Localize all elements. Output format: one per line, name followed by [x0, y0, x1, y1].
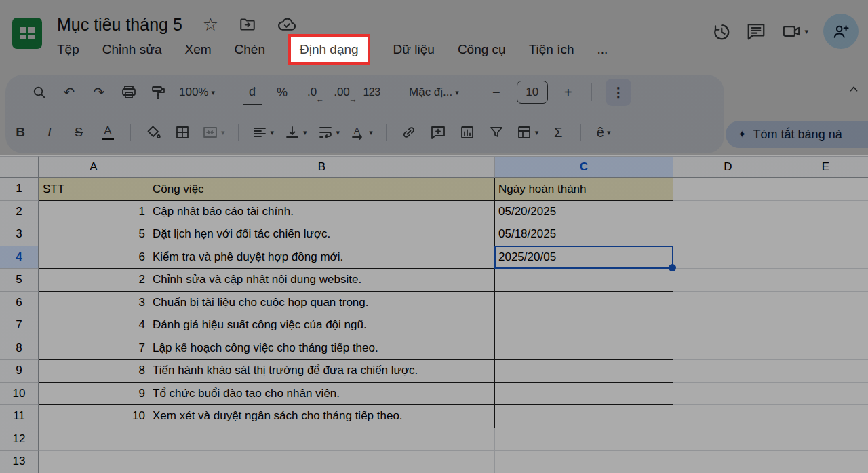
cell-E6[interactable]	[783, 292, 868, 315]
redo-icon[interactable]: ↷	[90, 80, 108, 105]
cell-A7[interactable]: 4	[39, 314, 149, 337]
ai-summarize-button[interactable]: ✦ Tóm tắt bảng nà	[726, 121, 868, 148]
cell-E1[interactable]	[783, 178, 868, 201]
cell-B10[interactable]: Tổ chức buổi đào tạo cho nhân viên.	[149, 383, 495, 406]
row-header-12[interactable]: 12	[0, 428, 39, 451]
text-wrap-button[interactable]: ▾	[317, 120, 340, 145]
vertical-align-button[interactable]: ▾	[284, 120, 307, 145]
insert-chart-icon[interactable]	[458, 120, 477, 145]
fill-color-icon[interactable]	[144, 120, 163, 145]
move-folder-icon[interactable]	[239, 16, 256, 33]
font-size-input[interactable]: 10	[517, 81, 548, 104]
row-header-7[interactable]: 7	[0, 314, 39, 337]
text-color-button[interactable]: A	[98, 120, 117, 145]
menu-overflow[interactable]: ...	[597, 42, 608, 57]
insert-link-icon[interactable]	[399, 120, 418, 145]
create-filter-icon[interactable]	[487, 120, 506, 145]
cell-B11[interactable]: Xem xét và duyệt ngân sách cho tháng tiế…	[149, 405, 495, 428]
menu-view[interactable]: Xem	[184, 42, 211, 57]
menu-file[interactable]: Tệp	[57, 42, 79, 57]
cell-B9[interactable]: Tiến hành khảo sát thị trường để đưa ra …	[149, 360, 495, 383]
cell-A2[interactable]: 1	[39, 201, 149, 224]
version-history-icon[interactable]	[711, 21, 731, 41]
menu-extensions[interactable]: Tiện ích	[529, 42, 574, 57]
merge-cells-button[interactable]: ▾	[202, 120, 225, 145]
print-icon[interactable]	[119, 80, 138, 105]
cell-D13[interactable]	[673, 451, 783, 473]
cell-E11[interactable]	[783, 405, 868, 428]
cell-A10[interactable]: 9	[39, 383, 149, 406]
decrease-font-size-button[interactable]: −	[487, 80, 506, 105]
cell-C11[interactable]	[495, 405, 673, 428]
cell-D1[interactable]	[673, 178, 783, 201]
cell-D5[interactable]	[673, 269, 783, 292]
cell-A6[interactable]: 3	[39, 292, 149, 315]
star-icon[interactable]: ☆	[203, 16, 218, 33]
cell-E3[interactable]	[783, 223, 868, 246]
cell-C12[interactable]	[495, 428, 673, 451]
cell-B1[interactable]: Công việc	[149, 178, 495, 201]
cell-D7[interactable]	[673, 314, 783, 337]
cell-D4[interactable]	[673, 246, 783, 269]
increase-decimal-button[interactable]: .00→	[332, 80, 351, 105]
currency-format-button[interactable]: đ	[243, 79, 262, 105]
row-header-10[interactable]: 10	[0, 383, 39, 406]
cell-A5[interactable]: 2	[39, 269, 149, 292]
cell-E7[interactable]	[783, 314, 868, 337]
cell-A3[interactable]: 5	[39, 223, 149, 246]
cell-C5[interactable]	[495, 269, 673, 292]
menu-insert[interactable]: Chèn	[235, 42, 265, 57]
row-header-4[interactable]: 4	[0, 246, 39, 269]
row-header-3[interactable]: 3	[0, 223, 39, 246]
bold-button[interactable]: B	[11, 120, 30, 145]
hide-menus-chevron-icon[interactable]	[846, 81, 861, 99]
percent-format-button[interactable]: %	[273, 80, 292, 105]
cell-C13[interactable]	[495, 451, 673, 473]
menu-tools[interactable]: Công cụ	[458, 42, 506, 57]
cell-D6[interactable]	[673, 292, 783, 315]
cell-D10[interactable]	[673, 383, 783, 406]
cell-A8[interactable]: 7	[39, 337, 149, 360]
column-header-A[interactable]: A	[39, 156, 149, 178]
column-header-B[interactable]: B	[149, 156, 495, 178]
select-all-corner[interactable]	[0, 156, 39, 178]
sheets-logo-icon[interactable]	[12, 18, 42, 49]
menu-data[interactable]: Dữ liệu	[393, 42, 435, 57]
cell-A11[interactable]: 10	[39, 405, 149, 428]
row-header-9[interactable]: 9	[0, 360, 39, 383]
cell-D9[interactable]	[673, 360, 783, 383]
increase-font-size-button[interactable]: +	[559, 80, 578, 105]
search-icon[interactable]	[30, 80, 49, 105]
cell-E10[interactable]	[783, 383, 868, 406]
cell-A12[interactable]	[39, 428, 149, 451]
cell-E4[interactable]	[783, 246, 868, 269]
column-header-C[interactable]: C	[495, 156, 673, 178]
cell-C2[interactable]: 05/20/2025	[495, 201, 673, 224]
cell-E2[interactable]	[783, 201, 868, 224]
more-formats-button[interactable]: 123	[362, 80, 381, 105]
cell-B2[interactable]: Cập nhật báo cáo tài chính.	[149, 201, 495, 224]
column-header-D[interactable]: D	[673, 156, 783, 178]
number-format-select[interactable]: Mặc đị...▾	[409, 80, 459, 105]
cell-B8[interactable]: Lập kế hoạch công việc cho tháng tiếp th…	[149, 337, 495, 360]
cell-B13[interactable]	[149, 451, 495, 473]
meet-caret-icon[interactable]: ▾	[804, 27, 808, 36]
cell-A4[interactable]: 6	[39, 246, 149, 269]
cell-B12[interactable]	[149, 428, 495, 451]
document-title[interactable]: Mục tiêu tháng 5	[57, 15, 182, 35]
borders-icon[interactable]	[173, 120, 192, 145]
cell-A1[interactable]: STT	[39, 178, 149, 201]
insert-table-button[interactable]: ▾	[516, 120, 539, 145]
cell-A9[interactable]: 8	[39, 360, 149, 383]
functions-sigma-button[interactable]: Σ	[549, 120, 568, 145]
cell-D2[interactable]	[673, 201, 783, 224]
fill-handle[interactable]	[669, 264, 676, 271]
cell-C6[interactable]	[495, 292, 673, 315]
row-header-6[interactable]: 6	[0, 292, 39, 315]
cell-C9[interactable]	[495, 360, 673, 383]
cell-C7[interactable]	[495, 314, 673, 337]
input-tools-button[interactable]: ê▾	[594, 120, 613, 145]
cell-B7[interactable]: Đánh giá hiệu suất công việc của đội ngũ…	[149, 314, 495, 337]
row-header-8[interactable]: 8	[0, 337, 39, 360]
cell-E12[interactable]	[783, 428, 868, 451]
